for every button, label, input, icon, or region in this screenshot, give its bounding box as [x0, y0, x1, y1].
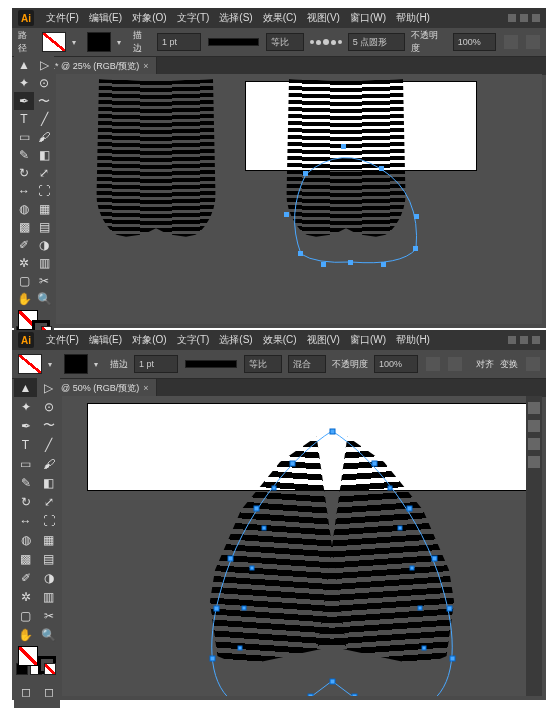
menu-file[interactable]: 文件(F) [42, 9, 83, 27]
close-tab-icon[interactable]: × [143, 61, 148, 71]
canvas-area[interactable] [56, 74, 542, 324]
graphic-style-icon[interactable] [426, 357, 440, 371]
shape-builder-tool[interactable]: ◍ [14, 530, 37, 549]
eyedropper-tool[interactable]: ✐ [14, 568, 37, 587]
menu-effect[interactable]: 效果(C) [259, 331, 301, 349]
menu-object[interactable]: 对象(O) [128, 9, 170, 27]
fill-color-none-icon[interactable] [18, 646, 38, 666]
panel-icon[interactable] [528, 438, 540, 450]
pencil-tool[interactable]: ✎ [14, 473, 37, 492]
draw-mode-normal-icon[interactable]: ◻ [14, 682, 37, 701]
curvature-tool[interactable]: 〜 [37, 416, 60, 435]
stroke-dropdown-icon[interactable] [94, 359, 104, 369]
artboard-tool[interactable]: ▢ [14, 606, 37, 625]
brush-preview-icon[interactable] [310, 39, 342, 45]
rectangle-tool[interactable]: ▭ [14, 454, 37, 473]
fill-swatch[interactable] [18, 354, 42, 374]
line-tool[interactable]: ╱ [34, 110, 54, 128]
fill-swatch[interactable] [42, 32, 66, 52]
zoom-tool[interactable]: 🔍 [34, 290, 54, 308]
stroke-weight-field[interactable]: 1 pt [134, 355, 178, 373]
slice-tool[interactable]: ✂ [34, 272, 54, 290]
menu-window[interactable]: 窗口(W) [346, 9, 390, 27]
menu-edit[interactable]: 编辑(E) [85, 9, 126, 27]
rectangle-tool[interactable]: ▭ [14, 128, 34, 146]
align-label[interactable]: 对齐 [476, 358, 494, 371]
type-tool[interactable]: T [14, 110, 34, 128]
direct-selection-tool[interactable]: ▷ [34, 56, 54, 74]
screen-mode-icon[interactable]: ▭ [14, 701, 60, 708]
hand-tool[interactable]: ✋ [14, 290, 34, 308]
slice-tool[interactable]: ✂ [37, 606, 60, 625]
menu-object[interactable]: 对象(O) [128, 331, 170, 349]
menu-help[interactable]: 帮助(H) [392, 331, 434, 349]
opacity-field[interactable]: 100% [453, 33, 497, 51]
paintbrush-tool[interactable]: 🖌 [37, 454, 60, 473]
free-transform-tool[interactable]: ⛶ [37, 511, 60, 530]
pen-tool[interactable]: ✒ [14, 92, 34, 110]
menu-window[interactable]: 窗口(W) [346, 331, 390, 349]
shape-builder-tool[interactable]: ◍ [14, 200, 34, 218]
column-graph-tool[interactable]: ▥ [37, 587, 60, 606]
direct-selection-tool[interactable]: ▷ [37, 378, 60, 397]
eraser-tool[interactable]: ◧ [37, 473, 60, 492]
close-tab-icon[interactable]: × [143, 383, 148, 393]
style-field[interactable]: 混合 [288, 355, 326, 373]
recolor-icon[interactable] [526, 35, 540, 49]
pen-tool[interactable]: ✒ [14, 416, 37, 435]
gradient-tool[interactable]: ▤ [37, 549, 60, 568]
stroke-swatch[interactable] [64, 354, 88, 374]
width-tool[interactable]: ↔ [14, 511, 37, 530]
fill-dropdown-icon[interactable] [48, 359, 58, 369]
symbol-spray-tool[interactable]: ✲ [14, 254, 34, 272]
menu-view[interactable]: 视图(V) [303, 331, 344, 349]
blend-tool[interactable]: ◑ [37, 568, 60, 587]
menu-select[interactable]: 选择(S) [215, 331, 256, 349]
menu-effect[interactable]: 效果(C) [259, 9, 301, 27]
type-tool[interactable]: T [14, 435, 37, 454]
collapsed-panel-strip[interactable] [526, 396, 542, 696]
eraser-tool[interactable]: ◧ [34, 146, 54, 164]
menu-view[interactable]: 视图(V) [303, 9, 344, 27]
hand-tool[interactable]: ✋ [14, 625, 37, 644]
scale-tool[interactable]: ⤢ [34, 164, 54, 182]
artboard-tool[interactable]: ▢ [14, 272, 34, 290]
free-transform-tool[interactable]: ⛶ [34, 182, 54, 200]
artwork-curtain-left[interactable] [96, 80, 216, 240]
rotate-tool[interactable]: ↻ [14, 492, 37, 511]
width-tool[interactable]: ↔ [14, 182, 34, 200]
panel-icon[interactable] [528, 420, 540, 432]
magic-wand-tool[interactable]: ✦ [14, 397, 37, 416]
menu-edit[interactable]: 编辑(E) [85, 331, 126, 349]
canvas-area[interactable] [62, 396, 542, 696]
magic-wand-tool[interactable]: ✦ [14, 74, 34, 92]
graphic-style-icon[interactable] [504, 35, 518, 49]
curvature-tool[interactable]: 〜 [34, 92, 54, 110]
workspace-layout-icons[interactable] [508, 14, 540, 22]
artwork-feather-selected[interactable] [172, 426, 492, 696]
isolate-icon[interactable] [526, 357, 540, 371]
stroke-dropdown-icon[interactable] [117, 37, 127, 47]
brush-def-field[interactable]: 5 点圆形 [348, 33, 405, 51]
selection-tool[interactable]: ▲ [14, 378, 37, 397]
gradient-tool[interactable]: ▤ [34, 218, 54, 236]
zoom-tool[interactable]: 🔍 [37, 625, 60, 644]
lasso-tool[interactable]: ⊙ [37, 397, 60, 416]
panel-icon[interactable] [528, 402, 540, 414]
width-profile-preview[interactable] [186, 361, 236, 367]
workspace-layout-icons[interactable] [508, 336, 540, 344]
pencil-tool[interactable]: ✎ [14, 146, 34, 164]
rotate-tool[interactable]: ↻ [14, 164, 34, 182]
stroke-swatch[interactable] [87, 32, 111, 52]
mesh-tool[interactable]: ▩ [14, 549, 37, 568]
column-graph-tool[interactable]: ▥ [34, 254, 54, 272]
eyedropper-tool[interactable]: ✐ [14, 236, 34, 254]
width-profile-field[interactable]: 等比 [266, 33, 304, 51]
recolor-icon[interactable] [448, 357, 462, 371]
menu-select[interactable]: 选择(S) [215, 9, 256, 27]
menu-type[interactable]: 文字(T) [173, 331, 214, 349]
width-profile-preview[interactable] [209, 39, 258, 45]
transform-label[interactable]: 变换 [500, 358, 518, 371]
menu-help[interactable]: 帮助(H) [392, 9, 434, 27]
selection-tool[interactable]: ▲ [14, 56, 34, 74]
